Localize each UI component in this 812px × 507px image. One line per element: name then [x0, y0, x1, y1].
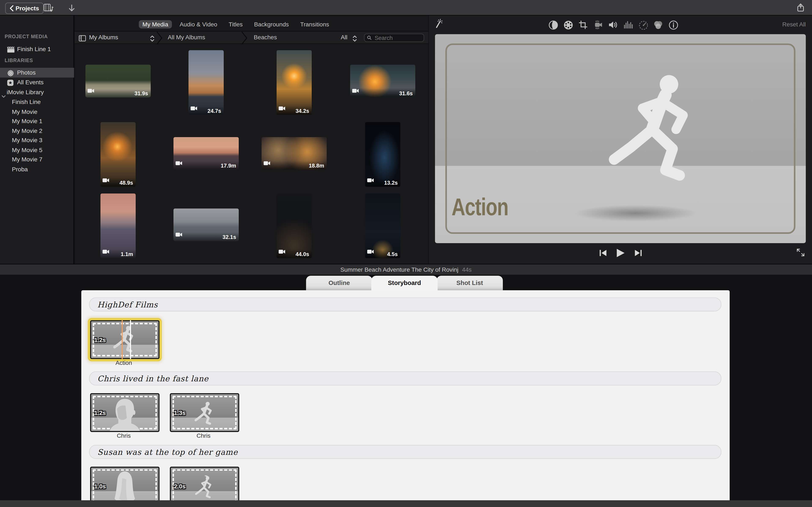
media-clip[interactable]: 17.9m — [173, 137, 239, 170]
skip-to-end-button[interactable] — [634, 249, 642, 259]
noise-reduction-icon[interactable] — [623, 20, 633, 30]
media-clip[interactable]: 18.8m — [262, 137, 327, 170]
tab-my-media[interactable]: My Media — [139, 20, 172, 29]
skip-to-start-button[interactable] — [599, 249, 607, 259]
media-import-icon[interactable] — [44, 4, 54, 14]
color-correction-icon[interactable] — [563, 20, 573, 30]
duration-overlay: 31.9s — [86, 89, 151, 97]
color-filters-icon[interactable] — [653, 20, 663, 30]
media-clip[interactable]: 48.9s — [100, 122, 136, 187]
sidebar-item-finish-line-1[interactable]: Finish Line 1 — [0, 45, 74, 55]
clip-duration-badge: 1.0s — [94, 483, 106, 489]
clip-duration-badge: 1.2s — [94, 409, 106, 415]
sidebar-toggle-icon[interactable] — [79, 34, 86, 44]
video-camera-icon — [279, 247, 286, 256]
section-heading-box[interactable]: HighDef Films — [89, 297, 721, 312]
media-clip[interactable]: 24.7s — [189, 50, 224, 115]
clip-duration: 48.9s — [119, 180, 133, 186]
tab-audio-video[interactable]: Audio & Video — [176, 20, 221, 29]
playhead-line[interactable] — [121, 320, 123, 359]
sidebar-item-imovie-library[interactable]: iMovie Library — [0, 88, 74, 97]
media-browser: My Media Audio & Video Titles Background… — [74, 15, 428, 264]
section-heading-text: HighDef Films — [97, 300, 158, 309]
share-icon[interactable] — [797, 3, 805, 14]
crop-icon[interactable] — [578, 20, 588, 30]
enhance-magic-wand-icon[interactable] — [433, 18, 443, 31]
sidebar-item-finish-line[interactable]: Finish Line — [0, 97, 74, 107]
tab-outline[interactable]: Outline — [306, 276, 372, 290]
sidebar-item-my-movie-3[interactable]: My Movie 3 — [0, 135, 74, 146]
media-clip[interactable]: 31.9s — [86, 65, 151, 97]
sidebar-item-my-movie-7[interactable]: My Movie 7 — [0, 155, 74, 165]
video-camera-icon — [264, 158, 270, 168]
tab-titles[interactable]: Titles — [225, 20, 246, 29]
tab-shot-list[interactable]: Shot List — [437, 276, 503, 290]
skimmer-line[interactable] — [130, 320, 131, 359]
volume-icon[interactable] — [608, 20, 618, 30]
search-field[interactable] — [364, 34, 424, 42]
breadcrumb-beaches[interactable]: Beaches — [254, 34, 277, 40]
media-clip[interactable]: 31.6s — [350, 65, 415, 97]
fullscreen-expand-icon[interactable] — [797, 248, 805, 259]
tab-transitions[interactable]: Transitions — [297, 20, 333, 29]
video-camera-icon — [175, 230, 182, 239]
media-clip[interactable]: 4.5s — [365, 193, 401, 258]
project-media-header: PROJECT MEDIA — [5, 34, 48, 39]
sidebar-item-proba[interactable]: Proba — [0, 164, 74, 174]
album-source-select[interactable]: My Albums — [89, 34, 118, 40]
sidebar-item-label: Finish Line 1 — [17, 45, 51, 55]
clip-duration: 4.5s — [387, 251, 398, 257]
breadcrumb-separator-icon — [156, 32, 163, 47]
duration-overlay: 4.5s — [365, 249, 401, 258]
sidebar: PROJECT MEDIA Finish Line 1 LIBRARIES Ph… — [0, 15, 74, 264]
sidebar-item-my-movie-1[interactable]: My Movie 1 — [0, 116, 74, 126]
stabilization-icon[interactable] — [593, 20, 603, 30]
reset-all-button[interactable]: Reset All — [782, 21, 806, 27]
back-to-projects-button[interactable]: Projects — [5, 3, 44, 14]
filter-select[interactable]: All — [341, 34, 347, 40]
stepper-icon[interactable] — [150, 35, 154, 44]
breadcrumb-all-my-albums[interactable]: All My Albums — [168, 34, 205, 40]
viewer: Action — [435, 34, 806, 243]
title-overlay-text[interactable]: Action — [452, 192, 508, 221]
import-arrow-icon[interactable] — [68, 4, 76, 14]
storyboard-clip-susan-2[interactable]: 2.0s — [170, 467, 239, 506]
storyboard-clip-chris-1[interactable]: 1.2s — [90, 393, 159, 432]
sidebar-item-my-movie[interactable]: My Movie — [0, 107, 74, 117]
section-heading-text: Chris lived in the fast lane — [97, 374, 208, 383]
tab-storyboard[interactable]: Storyboard — [371, 276, 438, 290]
sidebar-item-all-events[interactable]: ★ All Events — [0, 77, 74, 88]
clip-duration: 24.7s — [207, 108, 221, 114]
top-toolbar: Projects — [0, 0, 812, 15]
duration-overlay: 18.8m — [262, 161, 327, 170]
storyboard-clip-chris-2[interactable]: 1.3s — [170, 393, 239, 432]
media-clip[interactable]: 1.1m — [100, 193, 136, 258]
media-clip[interactable]: 34.2s — [276, 50, 312, 115]
stepper-icon[interactable] — [353, 35, 357, 44]
duration-overlay: 32.1s — [173, 232, 239, 241]
chevron-left-icon — [10, 5, 13, 11]
storyboard-clip-action[interactable]: 1.2s — [90, 320, 159, 359]
color-balance-icon[interactable] — [548, 20, 558, 30]
info-icon[interactable] — [668, 20, 678, 30]
bottom-edge-strip — [0, 500, 812, 507]
section-heading-box[interactable]: Chris lived in the fast lane — [89, 372, 721, 385]
media-tabs: My Media Audio & Video Titles Background… — [139, 20, 333, 29]
speed-icon[interactable] — [638, 20, 648, 30]
clip-duration: 44.0s — [296, 251, 309, 257]
sidebar-item-photos[interactable]: Photos — [0, 68, 74, 78]
sidebar-item-my-movie-2[interactable]: My Movie 2 — [0, 126, 74, 136]
media-clip[interactable]: 32.1s — [173, 209, 239, 241]
media-clip[interactable]: 13.2s — [365, 122, 401, 187]
star-events-icon: ★ — [7, 79, 13, 86]
play-button[interactable] — [616, 248, 625, 260]
clip-duration: 13.2s — [384, 180, 398, 186]
section-heading-box[interactable]: Susan was at the top of her game — [89, 445, 721, 459]
clip-duration-badge: 1.3s — [174, 409, 186, 415]
search-input[interactable] — [374, 34, 421, 41]
tab-backgrounds[interactable]: Backgrounds — [250, 20, 293, 29]
sidebar-item-my-movie-5[interactable]: My Movie 5 — [0, 145, 74, 155]
media-clip[interactable]: 44.0s — [276, 193, 312, 258]
project-title: Summer Beach Adventure The City of Rovin… — [341, 266, 458, 273]
storyboard-clip-susan-1[interactable]: 1.0s — [90, 467, 159, 506]
